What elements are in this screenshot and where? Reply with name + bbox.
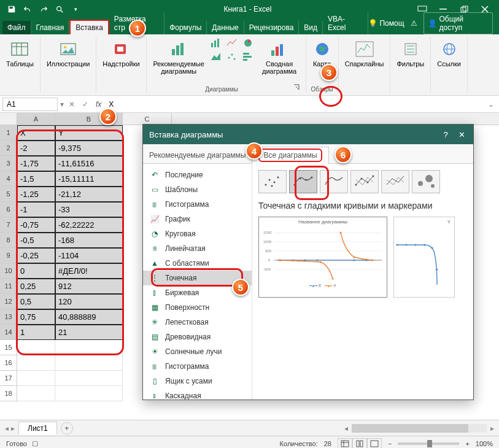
chart-category-item[interactable]: ⋮ Точечная — [143, 271, 252, 285]
cell[interactable]: -1 — [17, 202, 55, 217]
sheet-nav-next-icon[interactable]: ▸ — [11, 424, 15, 433]
row-header[interactable]: 15 — [0, 340, 17, 355]
addins-button[interactable]: Надстройки — [100, 37, 142, 70]
help-icon[interactable]: 💡Помощ — [368, 19, 404, 28]
cell[interactable]: -0,5 — [17, 233, 55, 248]
hscroll-right-icon[interactable]: ▸ — [490, 424, 494, 433]
subtype-scatter-smooth-markers[interactable] — [289, 170, 317, 193]
cell[interactable] — [55, 371, 123, 386]
cell[interactable]: -62,22222 — [55, 217, 123, 233]
row-header[interactable]: 13 — [0, 309, 17, 325]
cell[interactable]: -33 — [55, 202, 123, 217]
pivot-chart-button[interactable]: Сводная диаграмма — [258, 37, 301, 77]
row-header[interactable]: 6 — [0, 202, 17, 217]
chart-category-item[interactable]: ⫾ Каскадная — [143, 388, 252, 400]
tab-home[interactable]: Главная — [31, 21, 70, 34]
chart-category-item[interactable]: ▦ Поверхностн — [143, 300, 252, 315]
fx-icon[interactable]: fx — [93, 100, 104, 109]
chart-category-item[interactable]: ✳ Лепестковая — [143, 315, 252, 330]
row-header[interactable]: 17 — [0, 371, 17, 386]
macro-record-icon[interactable]: ▢ — [32, 439, 38, 447]
row-header[interactable]: 16 — [0, 355, 17, 371]
formula-bar[interactable]: X — [104, 99, 483, 110]
pie-chart-icon[interactable] — [241, 37, 255, 49]
name-box[interactable] — [2, 98, 58, 111]
subtype-scatter-markers[interactable] — [258, 170, 287, 193]
undo-icon[interactable] — [22, 4, 33, 15]
cell[interactable]: -1,5 — [17, 171, 55, 187]
cell[interactable]: -9,375 — [55, 141, 123, 156]
cell[interactable]: -21,12 — [55, 187, 123, 202]
chart-category-item[interactable]: ◔ Круговая — [143, 226, 252, 241]
cell[interactable] — [55, 386, 123, 401]
chart-category-item[interactable]: ▭ Шаблоны — [143, 182, 252, 197]
chart-preview-1[interactable]: Название диаграммы 1500 1000 500 0 -500 — [258, 217, 387, 298]
row-header[interactable]: 18 — [0, 386, 17, 401]
row-header[interactable]: 2 — [0, 141, 17, 156]
row-header[interactable]: 12 — [0, 294, 17, 309]
select-all-corner[interactable] — [0, 113, 17, 125]
chart-category-item[interactable]: ≡ Линейчатая — [143, 241, 252, 256]
dialog-close-icon[interactable]: ✕ — [456, 130, 467, 139]
share-button[interactable]: 👤 Общий доступ — [424, 12, 493, 34]
hscroll-left-icon[interactable]: ◂ — [344, 424, 348, 433]
tab-review[interactable]: Рецензирова — [244, 21, 300, 34]
chart-category-item[interactable]: ⫼ Гистограмма — [143, 359, 252, 374]
cell[interactable]: 40,888889 — [55, 309, 123, 325]
cell[interactable] — [17, 340, 55, 355]
cell[interactable]: #ДЕЛ/0! — [55, 263, 123, 279]
cell[interactable]: -1,75 — [17, 156, 55, 171]
charts-dialog-launcher-icon[interactable] — [293, 84, 302, 93]
row-header[interactable]: 10 — [0, 263, 17, 279]
links-button[interactable]: Ссылки — [435, 37, 463, 70]
row-header[interactable]: 8 — [0, 233, 17, 248]
tab-file[interactable]: Файл — [2, 21, 31, 34]
chart-category-item[interactable]: ☀ Солнечные лучи — [143, 344, 252, 359]
col-header[interactable]: C — [123, 113, 172, 125]
cancel-icon[interactable]: ✕ — [66, 100, 77, 109]
formula-expand-icon[interactable]: ⌄ — [483, 100, 499, 109]
row-header[interactable]: 5 — [0, 187, 17, 202]
cell[interactable]: 21 — [55, 325, 123, 340]
cell[interactable]: Y — [55, 125, 123, 141]
cell[interactable]: 0,75 — [17, 309, 55, 325]
chart-category-item[interactable]: ▯ Ящик с усами — [143, 374, 252, 388]
dialog-tab-all[interactable]: Все диаграммы — [252, 147, 328, 164]
col-header[interactable]: B — [55, 113, 123, 125]
recommended-charts-button[interactable]: Рекомендуемые диаграммы — [151, 37, 206, 77]
tab-formulas[interactable]: Формулы — [164, 21, 207, 34]
cell[interactable]: -2 — [17, 141, 55, 156]
cell[interactable]: -168 — [55, 233, 123, 248]
sheet-tab-1[interactable]: Лист1 — [18, 422, 57, 434]
cell[interactable]: X — [17, 125, 55, 141]
horizontal-scrollbar[interactable] — [352, 424, 487, 433]
cell[interactable]: 1 — [17, 325, 55, 340]
subtype-scatter-smooth[interactable] — [320, 170, 348, 193]
illustrations-button[interactable]: Иллюстрации — [44, 37, 92, 70]
bar-chart-icon[interactable] — [209, 37, 223, 49]
cell[interactable]: -1,25 — [17, 187, 55, 202]
zoom-out-icon[interactable]: − — [388, 440, 392, 447]
cell[interactable]: -15,11111 — [55, 171, 123, 187]
cell[interactable]: -0,75 — [17, 217, 55, 233]
print-preview-icon[interactable] — [54, 4, 65, 15]
qat-more-icon[interactable]: ▾ — [70, 4, 81, 15]
cell[interactable]: 120 — [55, 294, 123, 309]
cell[interactable] — [55, 340, 123, 355]
row-header[interactable]: 14 — [0, 325, 17, 340]
col-header[interactable]: A — [17, 113, 55, 125]
row-header[interactable]: 7 — [0, 217, 17, 233]
tab-vba[interactable]: VBA-Excel — [323, 12, 368, 34]
save-icon[interactable] — [6, 4, 17, 15]
chart-category-item[interactable]: ⫼ Гистограмма — [143, 197, 252, 212]
enter-icon[interactable]: ✓ — [80, 100, 91, 109]
tables-button[interactable]: Таблицы — [4, 37, 36, 70]
row-header[interactable]: 4 — [0, 171, 17, 187]
row-header[interactable]: 1 — [0, 125, 17, 141]
cell[interactable]: -11,61516 — [55, 156, 123, 171]
cell[interactable]: -1104 — [55, 248, 123, 263]
cell[interactable] — [55, 355, 123, 371]
sparklines-button[interactable]: Спарклайны — [342, 37, 387, 70]
redo-icon[interactable] — [38, 4, 49, 15]
filters-button[interactable]: Фильтры — [394, 37, 427, 70]
